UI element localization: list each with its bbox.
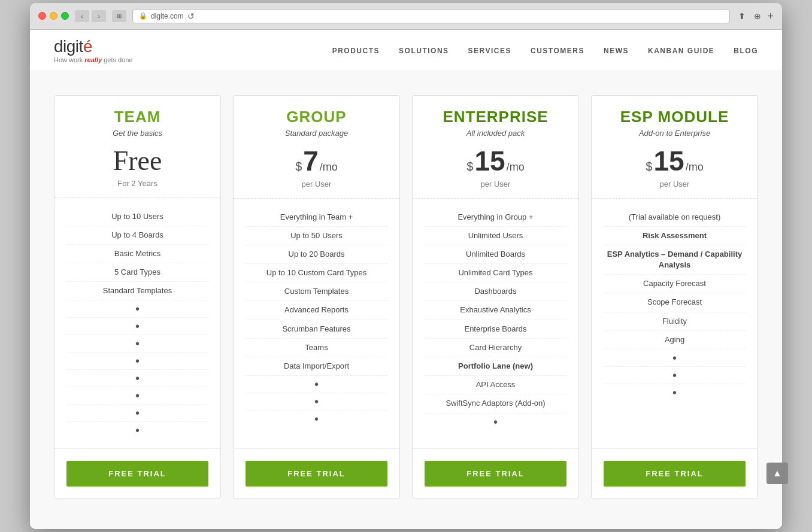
feature-bullet: • — [604, 349, 746, 367]
feature-bullet: • — [66, 335, 208, 352]
feature-item: Card Hierarchy — [425, 339, 566, 357]
cta-area-group: FREE TRIAL — [234, 449, 399, 498]
feature-item: Unlimited Boards — [425, 245, 566, 264]
feature-item: Up to 4 Boards — [66, 226, 208, 245]
feature-bullet: • — [246, 411, 387, 427]
features-list-group: Everything in Team + Up to 50 Users Up t… — [234, 199, 399, 449]
features-list-team: Up to 10 Users Up to 4 Boards Basic Metr… — [54, 198, 220, 449]
feature-item: API Access — [425, 376, 566, 394]
logo-really: really — [84, 56, 102, 63]
price-period-esp: per User — [604, 180, 746, 189]
price-number-group: 7 — [303, 145, 319, 177]
pricing-card-group: GROUP Standard package $ 7 /mo per User … — [233, 95, 400, 500]
nav-link-kanban-guide[interactable]: KANBAN GUIDE — [648, 47, 714, 55]
nav-link-news[interactable]: NEWS — [604, 47, 629, 55]
feature-item: Advanced Reports — [246, 301, 387, 320]
card-header-group: GROUP Standard package $ 7 /mo per User — [234, 96, 399, 199]
lock-icon: 🔒 — [139, 12, 147, 20]
share-button[interactable]: ⬆ — [736, 10, 748, 22]
nav-link-customers[interactable]: CUSTOMERS — [531, 47, 584, 55]
new-tab-button[interactable]: + — [767, 10, 774, 22]
feature-item: Up to 10 Custom Card Types — [246, 264, 387, 282]
browser-actions: ⬆ ⊕ + — [736, 10, 774, 22]
feature-bullet: • — [66, 318, 208, 335]
nav-link-solutions[interactable]: SOLUTIONS — [399, 47, 449, 55]
price-dollar-enterprise: $ — [466, 160, 473, 174]
feature-item: Enterprise Boards — [425, 320, 566, 339]
feature-item: Dashboards — [425, 282, 566, 301]
nav-item-blog[interactable]: BLOG — [734, 45, 758, 56]
feature-item: 5 Card Types — [66, 263, 208, 282]
price-dollar-esp: $ — [646, 160, 652, 174]
nav-link-services[interactable]: SERVICES — [468, 47, 511, 55]
free-trial-button-team[interactable]: FREE TRIAL — [66, 461, 208, 487]
pricing-card-team: TEAM Get the basics Free For 2 Years Up … — [54, 95, 221, 500]
url-text: digite.com — [151, 12, 184, 20]
logo-accent: é — [83, 37, 92, 56]
free-trial-button-esp[interactable]: FREE TRIAL — [604, 461, 746, 487]
feature-bullet: • — [246, 393, 387, 411]
feature-bullet: • — [66, 422, 208, 439]
feature-bullet: • — [246, 376, 387, 393]
nav-link-blog[interactable]: BLOG — [734, 47, 758, 55]
feature-item: Data Import/Export — [246, 357, 387, 376]
feature-item: Custom Templates — [246, 282, 387, 301]
feature-item: Exhaustive Analytics — [425, 301, 566, 320]
price-per-enterprise: /mo — [507, 161, 525, 174]
card-header-esp: ESP MODULE Add-on to Enterprise $ 15 /mo… — [592, 96, 758, 199]
feature-item: Scrumban Features — [246, 320, 387, 339]
nav-item-kanban-guide[interactable]: KANBAN GUIDE — [648, 45, 714, 56]
minimize-button[interactable] — [50, 12, 57, 20]
feature-bullet: • — [604, 367, 746, 384]
reload-button[interactable]: ↺ — [187, 11, 195, 21]
maximize-button[interactable] — [61, 12, 69, 20]
feature-item-bold: Risk Assessment — [604, 227, 746, 245]
url-bar[interactable]: 🔒 digite.com ↺ — [132, 9, 730, 23]
price-dollar-group: $ — [295, 160, 302, 174]
plan-tagline-group: Standard package — [246, 129, 387, 138]
price-display-team: Free — [66, 145, 208, 177]
price-per-esp: /mo — [686, 161, 704, 174]
feature-item: Up to 50 Users — [246, 227, 387, 245]
free-trial-button-enterprise[interactable]: FREE TRIAL — [425, 461, 566, 487]
price-period-enterprise: per User — [425, 180, 566, 189]
sidebar-toggle-button[interactable]: ⊞ — [112, 10, 126, 22]
logo-area: digité How work really gets done — [54, 37, 132, 63]
price-number-esp: 15 — [653, 145, 684, 177]
nav-item-customers[interactable]: CUSTOMERS — [531, 45, 584, 56]
feature-item-bold: Portfolio Lane (new) — [425, 357, 566, 376]
feature-item: Fluidity — [604, 312, 746, 331]
nav-item-solutions[interactable]: SOLUTIONS — [399, 45, 449, 56]
features-list-enterprise: Everything in Group + Unlimited Users Un… — [413, 199, 578, 449]
feature-item: Up to 20 Boards — [246, 245, 387, 264]
nav-item-products[interactable]: PRODUCTS — [332, 45, 380, 56]
price-display-esp: $ 15 /mo — [604, 145, 746, 177]
scroll-up-button[interactable]: ▲ — [766, 463, 788, 484]
top-nav: digité How work really gets done PRODUCT… — [30, 30, 782, 71]
feature-item: Unlimited Users — [425, 227, 566, 245]
back-button[interactable]: ‹ — [75, 10, 89, 22]
price-period-group: per User — [246, 180, 387, 189]
pricing-card-enterprise: ENTERPRISE All included pack $ 15 /mo pe… — [412, 95, 579, 500]
forward-button[interactable]: › — [92, 10, 106, 22]
feature-bullet: • — [604, 384, 746, 401]
feature-item: (Trial available on request) — [604, 208, 746, 227]
nav-link-products[interactable]: PRODUCTS — [332, 47, 380, 55]
plan-tagline-esp: Add-on to Enterprise — [604, 129, 746, 138]
pricing-section: TEAM Get the basics Free For 2 Years Up … — [30, 71, 782, 530]
feature-item: Basic Metrics — [66, 245, 208, 263]
add-tab-button[interactable]: ⊕ — [752, 10, 763, 22]
feature-bullet: • — [66, 370, 208, 387]
feature-item: Up to 10 Users — [66, 208, 208, 226]
free-trial-button-group[interactable]: FREE TRIAL — [246, 461, 387, 487]
feature-bullet: • — [425, 414, 566, 430]
plan-tagline-team: Get the basics — [66, 129, 208, 138]
nav-item-news[interactable]: NEWS — [604, 45, 629, 56]
nav-item-services[interactable]: SERVICES — [468, 45, 511, 56]
close-button[interactable] — [38, 12, 46, 20]
feature-item: Aging — [604, 331, 746, 349]
feature-item: Scope Forecast — [604, 293, 746, 312]
logo-text: digité — [54, 37, 132, 56]
feature-bullet: • — [66, 300, 208, 318]
logo-subtitle: How work really gets done — [54, 56, 132, 63]
